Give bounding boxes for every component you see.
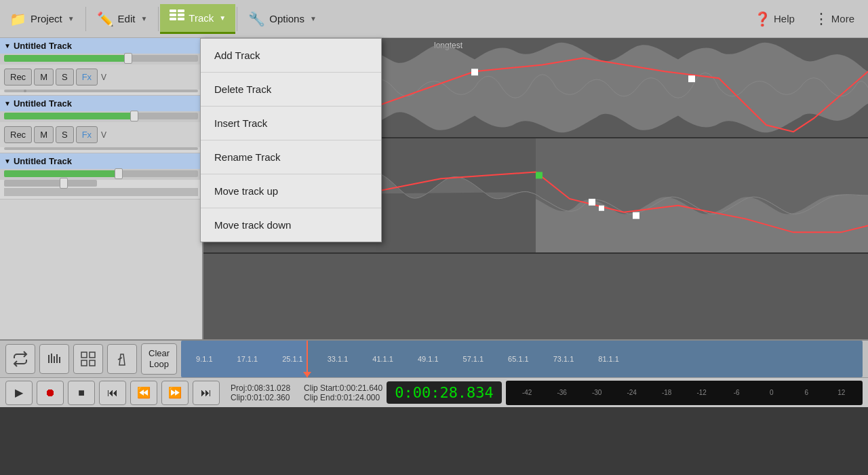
stop-icon: ■ [78, 387, 85, 399]
vu-tick-5: -12 [684, 389, 719, 396]
options-icon: 🔧 [248, 11, 265, 27]
rewind-button[interactable]: ⏮ [99, 381, 126, 405]
mute-button-1[interactable]: M [34, 69, 54, 86]
context-menu-move-track-down[interactable]: Move track down [201, 208, 381, 242]
vu-tick-3: -24 [614, 389, 649, 396]
stop-button[interactable]: ■ [68, 381, 95, 405]
project-chevron-icon: ▼ [68, 15, 75, 22]
ruler-tick-5: 49.1.1 [418, 355, 439, 363]
svg-rect-0 [170, 10, 176, 12]
solo-button-2[interactable]: S [56, 126, 74, 143]
track-bottom-bar-3 [4, 188, 198, 196]
track-v-2: V [101, 130, 106, 140]
bottom-bar: Clear Loop 9.1.1 17.1.1 25.1.1 33.1.1 41… [0, 339, 868, 377]
toolbar-right: ❓ Help ⋮ More [746, 6, 863, 32]
main-area: ▼ Untitled Track Rec M S Fx V [0, 38, 868, 339]
more-button[interactable]: ⋮ More [806, 6, 863, 32]
help-icon: ❓ [754, 11, 771, 27]
ruler-tick-0: 9.1.1 [196, 355, 212, 363]
forward-icon: ⏩ [168, 386, 182, 399]
svg-rect-13 [589, 199, 595, 206]
help-label: Help [774, 13, 795, 24]
svg-rect-5 [178, 18, 184, 20]
track-vol-sub-2 [4, 147, 198, 150]
fx-button-2[interactable]: Fx [76, 126, 98, 143]
record-button[interactable]: ⏺ [37, 381, 64, 405]
end-button[interactable]: ⏭ [193, 381, 220, 405]
metronome-button[interactable] [107, 344, 137, 374]
toolbar-track-label: Track [189, 12, 214, 24]
back-button[interactable]: ⏪ [130, 381, 157, 405]
track-collapse-icon-3[interactable]: ▼ [4, 157, 11, 165]
play-icon: ▶ [15, 386, 23, 399]
svg-marker-25 [119, 354, 125, 365]
mixer-button[interactable] [39, 344, 69, 374]
rec-button-2[interactable]: Rec [4, 126, 32, 143]
transport-info-left: Proj:0:08:31.028 Clip:0:01:02.360 [231, 383, 290, 402]
clip-start: Clip Start:0:00:21.640 [304, 383, 382, 393]
track-item-2: ▼ Untitled Track Rec M S Fx V [0, 96, 202, 153]
clear-loop-line1: Clear [149, 348, 170, 359]
svg-rect-22 [90, 352, 95, 358]
edit-icon: ✏️ [97, 11, 114, 27]
track-fader-3[interactable] [4, 170, 198, 177]
context-menu-delete-track[interactable]: Delete Track [201, 73, 381, 107]
track-collapse-icon-2[interactable]: ▼ [4, 100, 11, 107]
current-time-display: 0:00:28.834 [387, 381, 502, 404]
rec-button-1[interactable]: Rec [4, 69, 32, 86]
vu-tick-1: -36 [545, 389, 579, 396]
forward-button[interactable]: ⏩ [161, 381, 189, 405]
toolbar-project-label: Project [31, 13, 62, 24]
ruler-tick-4: 41.1.1 [372, 355, 393, 363]
divider-1 [85, 7, 86, 31]
context-menu-rename-track[interactable]: Rename Track [201, 140, 381, 174]
svg-rect-1 [178, 10, 184, 12]
track-list: ▼ Untitled Track Rec M S Fx V [0, 38, 203, 339]
vu-meter: -42 -36 -30 -24 -18 -12 -6 0 6 12 [506, 381, 863, 405]
toolbar-options[interactable]: 🔧 Options ▼ [239, 5, 326, 33]
solo-button-1[interactable]: S [56, 69, 74, 86]
record-icon: ⏺ [45, 387, 56, 399]
transport-info: Proj:0:08:31.028 Clip:0:01:02.360 Clip S… [231, 383, 382, 402]
track-fader-2[interactable] [4, 113, 198, 119]
help-button[interactable]: ❓ Help [746, 7, 803, 31]
context-menu-move-track-up[interactable]: Move track up [201, 174, 381, 208]
toolbar-project[interactable]: 📁 Project ▼ [0, 5, 84, 33]
mute-button-2[interactable]: M [34, 126, 54, 143]
divider-2 [158, 7, 159, 31]
timeline-ruler[interactable]: 9.1.1 17.1.1 25.1.1 33.1.1 41.1.1 49.1.1… [181, 341, 863, 377]
toolbar-track[interactable]: Track ▼ [160, 4, 235, 34]
track-collapse-icon-1[interactable]: ▼ [4, 42, 11, 50]
vu-tick-4: -18 [650, 389, 684, 396]
context-menu-insert-track[interactable]: Insert Track [201, 107, 381, 140]
play-button[interactable]: ▶ [5, 381, 33, 405]
divider-3 [237, 7, 237, 31]
ruler-tick-3: 33.1.1 [328, 355, 349, 363]
vu-tick-7: 0 [754, 389, 789, 396]
track-fader-1[interactable] [4, 55, 198, 62]
svg-rect-7 [471, 69, 478, 75]
more-icon: ⋮ [814, 10, 829, 28]
grid-button[interactable] [73, 344, 103, 374]
clear-loop-button[interactable]: Clear Loop [141, 343, 177, 374]
more-label: More [831, 13, 854, 24]
track-fader-row-1 [0, 54, 202, 64]
track-chevron-icon: ▼ [219, 14, 226, 22]
track-extra-fader-3 [0, 180, 202, 187]
clear-loop-line2: Loop [149, 359, 170, 370]
track-icon [170, 10, 184, 26]
track-controls-2: Rec M S Fx V [0, 122, 202, 147]
toolbar-options-label: Options [269, 13, 304, 24]
svg-rect-12 [536, 172, 542, 178]
playhead-marker [307, 341, 308, 377]
svg-rect-3 [178, 14, 184, 16]
options-chevron-icon: ▼ [310, 15, 317, 22]
loop-button[interactable] [5, 344, 35, 374]
transport-bar: ▶ ⏺ ■ ⏮ ⏪ ⏩ ⏭ Proj:0:08:31.028 Clip:0:01… [0, 377, 868, 407]
track-fader-row-2 [0, 111, 202, 122]
svg-rect-21 [81, 352, 87, 358]
vu-tick-6: -6 [719, 389, 754, 396]
context-menu-add-track[interactable]: Add Track [201, 39, 381, 73]
toolbar-edit[interactable]: ✏️ Edit ▼ [87, 5, 157, 33]
fx-button-1[interactable]: Fx [76, 69, 98, 86]
